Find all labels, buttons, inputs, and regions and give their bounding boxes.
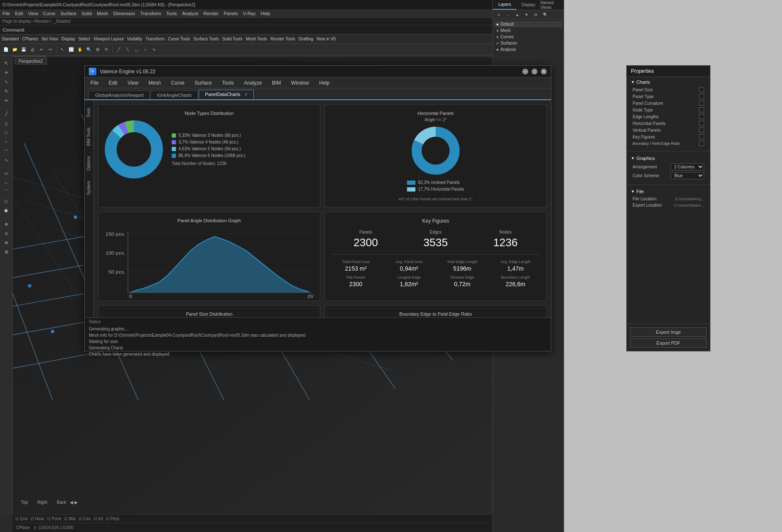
filter-layers-icon[interactable]: ⊟ xyxy=(532,11,540,19)
boundary-ratio-checkbox[interactable] xyxy=(699,141,704,146)
mirror-icon[interactable]: ⇔ xyxy=(2,96,11,104)
menu-view[interactable]: View xyxy=(28,11,38,16)
draw-rect-icon[interactable]: □ xyxy=(2,128,11,136)
tab-global-analysis[interactable]: GlobalAnalysisViewport xyxy=(89,90,150,99)
layer-item-curves[interactable]: ● Curves xyxy=(495,34,562,40)
loft-icon[interactable]: ⬢ xyxy=(2,206,11,215)
tab-panel-data[interactable]: PanelDataCharts ✕ xyxy=(199,90,254,99)
panel-size-checkbox[interactable] xyxy=(699,87,704,92)
redo-icon[interactable]: ↪ xyxy=(46,45,54,54)
arrangement-select[interactable]: 2 Columns 1 Column 3 Columns xyxy=(670,163,704,170)
scale-icon[interactable]: ⤡ xyxy=(2,77,11,86)
horizontal-panels-checkbox[interactable] xyxy=(699,121,704,126)
menu-vray[interactable]: V-Ray xyxy=(243,11,255,16)
graphics-expand-icon[interactable]: ▼ xyxy=(631,156,635,160)
polyline-icon[interactable]: ╲ xyxy=(123,45,132,54)
rhino-command-bar[interactable]: Command: xyxy=(0,25,564,35)
layer-item-analysis[interactable]: ● Analysis xyxy=(495,46,562,53)
vertical-panels-checkbox[interactable] xyxy=(699,128,704,133)
vmenu-file[interactable]: File xyxy=(89,79,100,87)
named-views-tab[interactable]: Named Views xyxy=(540,0,564,10)
file-expand-icon[interactable]: ▼ xyxy=(631,189,635,194)
charts-expand-icon[interactable]: ▼ xyxy=(631,80,635,84)
side-tab-options[interactable]: Options xyxy=(85,152,93,175)
print-icon[interactable]: 🖨 xyxy=(28,45,37,54)
fillet-icon[interactable]: ⌒ xyxy=(2,188,11,196)
valence-close-btn[interactable]: ✕ xyxy=(541,69,547,74)
vmenu-help[interactable]: Help xyxy=(317,79,331,87)
vmenu-bim[interactable]: BIM xyxy=(270,79,282,87)
trim-icon[interactable]: ✂ xyxy=(2,169,11,178)
rotate3d-icon[interactable]: ↻ xyxy=(2,87,11,95)
zoom-icon[interactable]: 🔍 xyxy=(85,45,93,54)
color-scheme-select[interactable]: Blue Red Green xyxy=(670,172,704,179)
side-tab-tools[interactable]: Tools xyxy=(85,104,93,122)
menu-render[interactable]: Render xyxy=(204,11,219,16)
tab-kink-angle[interactable]: KinkAngleCharts xyxy=(151,90,198,99)
move-layer-down-icon[interactable]: ▼ xyxy=(522,11,531,19)
layer-item-surfaces[interactable]: ● Surfaces xyxy=(495,40,562,46)
move-icon[interactable]: ✛ xyxy=(2,68,11,77)
arrow-icon[interactable]: ↖ xyxy=(2,59,11,67)
menu-mesh[interactable]: Mesh xyxy=(97,11,108,16)
vmenu-analyze[interactable]: Analyze xyxy=(242,79,264,87)
circle-icon[interactable]: ○ xyxy=(141,45,149,54)
layer-item-mesh[interactable]: ● Mesh xyxy=(495,27,562,34)
surface-from-curve-icon[interactable]: ⬡ xyxy=(2,197,11,205)
menu-file[interactable]: File xyxy=(3,11,10,16)
undo-icon[interactable]: ↩ xyxy=(37,45,45,54)
vmenu-mesh[interactable]: Mesh xyxy=(147,79,162,87)
point-icon[interactable]: · xyxy=(159,45,167,54)
menu-tools[interactable]: Tools xyxy=(166,11,177,16)
export-image-button[interactable]: Export Imge xyxy=(630,327,707,337)
vmenu-tools[interactable]: Tools xyxy=(221,79,236,87)
draw-line-icon[interactable]: ╱ xyxy=(2,109,11,118)
menu-surface[interactable]: Surface xyxy=(61,11,77,16)
explode-icon[interactable]: ⊕ xyxy=(2,220,11,228)
extend-icon[interactable]: ↔ xyxy=(2,178,11,187)
mesh-from-surface-icon[interactable]: ⊞ xyxy=(2,247,11,256)
menu-help[interactable]: Help xyxy=(261,11,270,16)
edge-lengths-checkbox[interactable] xyxy=(699,114,704,119)
vmenu-window[interactable]: Window xyxy=(290,79,311,87)
menu-edit[interactable]: Edit xyxy=(15,11,23,16)
search-layers-icon[interactable]: 🔍 xyxy=(541,11,549,19)
add-layer-icon[interactable]: + xyxy=(495,11,503,19)
delete-layer-icon[interactable]: - xyxy=(504,11,512,19)
valence-maximize-btn[interactable]: □ xyxy=(532,69,537,74)
menu-transform[interactable]: Transform xyxy=(140,11,161,16)
line-icon[interactable]: ╱ xyxy=(114,45,123,54)
window-select-icon[interactable]: ⬜ xyxy=(67,45,75,54)
menu-curve[interactable]: Curve xyxy=(43,11,55,16)
tab-close-icon[interactable]: ✕ xyxy=(244,92,247,97)
zoom-extents-icon[interactable]: ⊞ xyxy=(93,45,102,54)
panel-type-checkbox[interactable] xyxy=(699,94,704,99)
join-icon[interactable]: ⊙ xyxy=(2,229,11,237)
menu-analyze[interactable]: Analyze xyxy=(182,11,198,16)
panel-curvature-checkbox[interactable] xyxy=(699,101,704,106)
layer-item-default[interactable]: ● Default xyxy=(495,21,562,27)
save-icon[interactable]: 💾 xyxy=(19,45,28,54)
menu-dimension[interactable]: Dimension xyxy=(113,11,135,16)
side-tab-bim[interactable]: BIM Tools xyxy=(85,123,93,150)
nav-arrows[interactable]: ◀ ▶ xyxy=(70,500,78,505)
vmenu-view[interactable]: View xyxy=(126,79,140,87)
vmenu-edit[interactable]: Edit xyxy=(107,79,119,87)
key-figures-checkbox[interactable] xyxy=(699,134,704,139)
side-tab-system[interactable]: System xyxy=(85,177,93,199)
rotate-icon[interactable]: ↻ xyxy=(102,45,111,54)
menu-solid[interactable]: Solid xyxy=(82,11,92,16)
export-pdf-button[interactable]: Export PDF xyxy=(630,338,707,348)
draw-poly-icon[interactable]: △ xyxy=(2,119,11,127)
vmenu-curve[interactable]: Curve xyxy=(169,79,186,87)
boolean-icon[interactable]: ⊗ xyxy=(2,238,11,247)
pan-icon[interactable]: ✋ xyxy=(76,45,84,54)
new-icon[interactable]: 📄 xyxy=(2,45,10,54)
open-icon[interactable]: 📁 xyxy=(11,45,19,54)
draw-arc-icon[interactable]: ◠ xyxy=(2,146,11,155)
arc-icon[interactable]: ◡ xyxy=(132,45,141,54)
menu-panels[interactable]: Panels xyxy=(224,11,238,16)
draw-circle-icon[interactable]: ○ xyxy=(2,137,11,146)
curve-icon[interactable]: ∿ xyxy=(150,45,158,54)
vmenu-surface[interactable]: Surface xyxy=(193,79,213,87)
